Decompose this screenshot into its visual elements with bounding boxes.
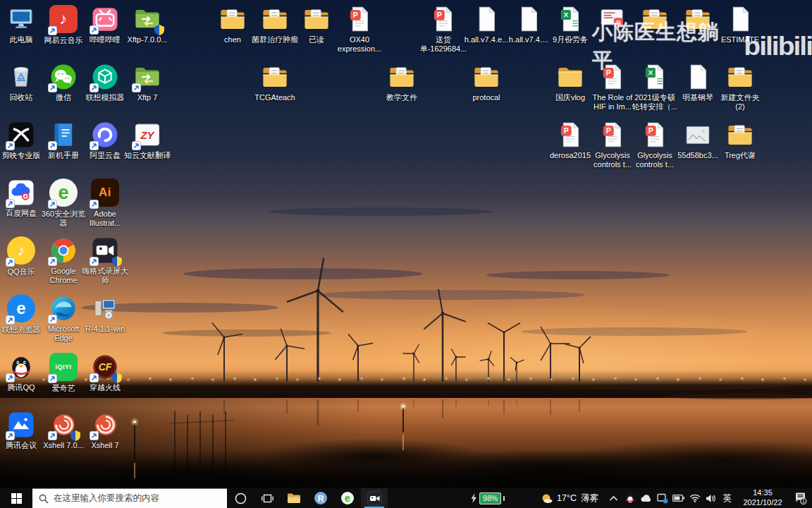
pdf-icon: P <box>345 4 374 34</box>
notification-badge: 1 <box>802 499 805 504</box>
taskbar-search-box[interactable]: 在这里输入你要搜索的内容 <box>32 488 227 508</box>
search-placeholder: 在这里输入你要搜索的内容 <box>54 492 159 504</box>
desktop-icon-label: protocal <box>462 93 511 102</box>
pdf-icon: P <box>598 62 627 92</box>
svg-text:P: P <box>353 11 358 19</box>
shortcut-arrow-icon <box>48 374 57 383</box>
shortcut-arrow-icon <box>48 431 57 440</box>
uac-shield-icon <box>112 373 122 383</box>
desktop-icon-label: 教学文件 <box>377 93 426 102</box>
folderdoc-icon <box>725 62 755 92</box>
weather-temp: 17°C <box>557 493 577 503</box>
file-icon <box>683 62 713 92</box>
circle-icon: ♪ <box>6 236 36 266</box>
taskbar-file-explorer-button[interactable] <box>281 488 307 508</box>
battery-widget[interactable]: 98% <box>466 492 510 504</box>
desktop-icon[interactable]: 已读 <box>292 4 341 44</box>
clock-date: 2021/10/22 <box>737 498 788 508</box>
shortcut-arrow-icon <box>90 141 99 150</box>
tray-volume[interactable] <box>703 488 719 508</box>
tray-qq[interactable] <box>622 488 638 508</box>
desktop-icon-label: 穿越火线 <box>80 383 130 392</box>
weather-widget[interactable]: 17°C 薄雾 <box>510 492 605 504</box>
tray-battery[interactable] <box>670 488 687 508</box>
svg-text:P: P <box>606 68 611 77</box>
wifi-icon <box>689 494 701 502</box>
shortcut-arrow-icon <box>90 200 99 209</box>
desktop-icon[interactable]: ESTIMATE <box>715 4 765 44</box>
qq-tray-icon <box>625 492 635 504</box>
desktop-icon[interactable]: Xshell 7 <box>80 410 130 450</box>
shortcut-arrow-icon <box>48 83 57 92</box>
action-center-button[interactable]: 1 <box>789 488 812 508</box>
capcut-icon <box>6 120 36 150</box>
shell-icon <box>90 410 120 440</box>
excel-icon: X <box>555 4 585 34</box>
battery-nub <box>503 496 505 501</box>
desktop-icon[interactable]: protocal <box>462 62 511 102</box>
folderdoc-icon <box>683 4 713 34</box>
taskbar-cortana-button[interactable] <box>227 488 254 508</box>
tray-network[interactable] <box>687 488 703 508</box>
desktop-icon[interactable]: 新建文件夹 (2) <box>715 62 765 111</box>
shortcut-arrow-icon <box>6 199 15 208</box>
meeting-icon <box>6 410 36 440</box>
desktop-icon[interactable] <box>630 4 679 35</box>
edge-icon <box>49 294 78 323</box>
shortcut-arrow-icon <box>132 83 141 92</box>
desktop-icon-label: 9月份劳务 <box>546 35 595 44</box>
desktop-icon[interactable]: CF穿越火线 <box>80 352 130 392</box>
desktop-icon-label: Glycolysis controls t... <box>630 151 679 169</box>
taskbar-r-app-button[interactable]: R <box>307 488 334 508</box>
tray-onedrive[interactable] <box>638 488 654 508</box>
shortcut-arrow-icon <box>90 431 99 440</box>
taskbar-360-browser-button[interactable]: e <box>334 488 361 508</box>
desktop-icon[interactable]: 嗨格式录屏大师 <box>80 236 130 285</box>
desktop: 此电脑回收站剪映专业版百度网盘♪QQ音乐e联想浏览器腾讯QQ腾讯会议♪网易云音乐… <box>0 0 812 508</box>
image-icon <box>683 120 713 150</box>
desktop-icon[interactable]: Xftp 7 <box>123 62 172 102</box>
desktop-icon[interactable]: PGlycolysis controls t... <box>630 120 679 169</box>
desktop-icon[interactable]: X2021级专硕 轮转安排（... <box>630 62 679 111</box>
desktop-icon-label: Xftp 7 <box>123 93 172 102</box>
wechat-icon <box>49 62 78 92</box>
taskbar-screen-recorder-button[interactable] <box>361 488 388 508</box>
shortcut-arrow-icon <box>6 141 15 150</box>
ime-indicator[interactable]: 英 <box>719 488 736 508</box>
desktop-icon[interactable]: POX40 expression... <box>335 4 384 54</box>
taskbar-task-view-button[interactable] <box>254 488 281 508</box>
tray-expand-button[interactable] <box>605 488 622 508</box>
desktop-icon[interactable]: ZY知云文献翻译 <box>123 120 172 160</box>
desktop-icon[interactable]: 教学文件 <box>377 62 426 102</box>
cf-icon: CF <box>90 352 120 382</box>
tray-capture-tool[interactable] <box>654 488 670 508</box>
desktop-icon-label: 嗨格式录屏大师 <box>80 267 130 285</box>
shortcut-arrow-icon <box>48 141 57 150</box>
pdf-icon: P <box>429 4 458 34</box>
desktop-icon[interactable]: Xftp-7.0.0... <box>123 4 172 44</box>
square-icon: iQIYI <box>49 353 78 382</box>
desktop-icon[interactable]: AiAdobe Illustrat... <box>80 178 130 228</box>
start-button[interactable] <box>0 488 32 508</box>
folderdoc-icon <box>725 120 755 150</box>
cortana-icon <box>235 492 247 504</box>
desktop-icon[interactable]: Treg代谢 <box>715 120 765 160</box>
bili-icon <box>90 4 120 34</box>
desktop-icon[interactable]: P送货单-1629684... <box>419 4 468 54</box>
circle-icon: e <box>49 179 78 208</box>
shortcut-arrow-icon <box>90 373 99 382</box>
desktop-icon[interactable]: R-4.1.1-win <box>80 294 130 334</box>
desktop-icon-label: ESTIMATE <box>715 35 765 44</box>
uac-shield-icon <box>70 430 80 441</box>
battery-indicator: 98% <box>479 492 501 504</box>
zy-icon: ZY <box>133 120 162 150</box>
excel-icon: X <box>640 62 670 92</box>
desktop-icon-label: 送货单-1629684... <box>419 35 468 54</box>
desktop-icon[interactable]: TCGAteach <box>250 62 300 102</box>
taskbar-clock[interactable]: 14:35 2021/10/22 <box>736 488 789 508</box>
alipan-icon <box>90 120 120 150</box>
pdf-icon: P <box>555 120 585 150</box>
taskbar: 在这里输入你要搜索的内容 R <box>0 488 812 508</box>
shortcut-arrow-icon <box>6 431 15 440</box>
chevron-up-icon <box>609 495 618 502</box>
